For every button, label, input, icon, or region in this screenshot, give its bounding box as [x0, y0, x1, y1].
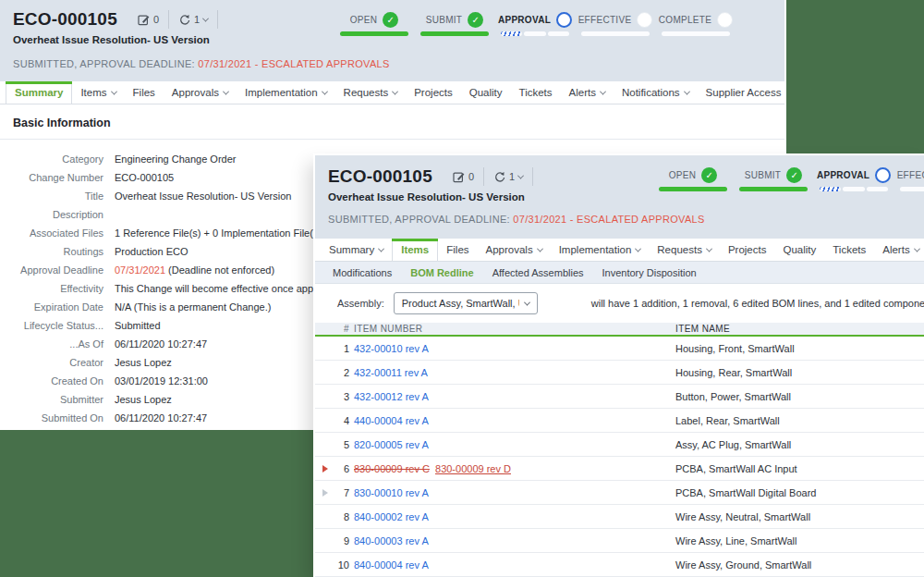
- subtab-modifications[interactable]: Modifications: [323, 267, 401, 278]
- assembly-select[interactable]: Product Assy, SmartWall, US Ve...: [394, 292, 538, 314]
- tab-label: Items: [401, 244, 429, 255]
- item-name-cell: PCBA, SmartWall AC Input: [675, 463, 924, 474]
- tab-supplier-access[interactable]: Supplier Access: [698, 81, 784, 104]
- bom-table-row: 5820-00005 rev AAssy, AC Plug, SmartWall: [315, 433, 924, 457]
- row-number: 6: [334, 463, 354, 474]
- redline-expand-toggle[interactable]: [315, 463, 334, 474]
- subtab-affected-assemblies[interactable]: Affected Assemblies: [483, 267, 593, 278]
- revisions-dropdown[interactable]: 1: [484, 171, 532, 183]
- bom-table-row: 7830-00010 rev APCBA, SmartWall Digital …: [315, 481, 924, 505]
- tab-label: Projects: [414, 87, 453, 98]
- progress-segment: [843, 187, 864, 191]
- status-banner: SUBMITTED, APPROVAL DEADLINE: 07/31/2021…: [13, 58, 390, 69]
- workflow-step-progress-bar: [662, 31, 730, 36]
- active-circle-icon: [875, 167, 891, 183]
- tab-summary[interactable]: Summary: [321, 239, 392, 261]
- row-number: 4: [334, 415, 354, 426]
- note-edit-icon: [453, 171, 465, 183]
- tab-projects[interactable]: Projects: [720, 239, 775, 261]
- item-link[interactable]: 830-00010 rev A: [354, 487, 429, 498]
- tab-items[interactable]: Items: [72, 81, 124, 104]
- item-link[interactable]: 432-00010 rev A: [354, 343, 429, 354]
- row-number: 3: [334, 391, 354, 402]
- chevron-down-icon: [202, 15, 209, 21]
- subtab-inventory-disposition[interactable]: Inventory Disposition: [593, 267, 706, 278]
- section-title: Basic Information: [0, 104, 784, 140]
- workflow-step-progress-bar: [739, 187, 808, 191]
- item-name-cell: PCBA, SmartWall Digital Board: [675, 487, 924, 498]
- chevron-down-icon: [537, 245, 543, 252]
- tab-implementation[interactable]: Implementation: [237, 81, 335, 104]
- field-label: Lifecycle Status...: [0, 320, 103, 331]
- tab-projects[interactable]: Projects: [406, 81, 461, 104]
- workflow-step-progress-bar: [501, 31, 569, 36]
- tab-label: Quality: [783, 244, 816, 255]
- bom-table-row: 9840-00003 rev AWire Assy, Line, SmartWa…: [315, 529, 924, 553]
- tab-summary[interactable]: Summary: [6, 81, 72, 104]
- chevron-down-icon: [600, 88, 606, 94]
- banner-status: SUBMITTED, APPROVAL DEADLINE:: [13, 58, 195, 69]
- tab-quality[interactable]: Quality: [461, 81, 511, 104]
- notes-count: 0: [153, 14, 159, 25]
- item-link-removed-rev[interactable]: 830-00009 rev C: [354, 463, 430, 474]
- tab-requests[interactable]: Requests: [335, 81, 407, 104]
- tab-tickets[interactable]: Tickets: [824, 239, 874, 261]
- field-label: Submitted On: [0, 412, 103, 424]
- tab-requests[interactable]: Requests: [649, 239, 720, 261]
- field-label: Creator: [0, 357, 103, 368]
- revisions-count: 1: [194, 14, 200, 25]
- assembly-row: Assembly: Product Assy, SmartWall, US Ve…: [315, 284, 924, 323]
- tab-label: Implementation: [559, 244, 632, 255]
- bom-table-header: # ITEM NUMBER ITEM NAME: [315, 323, 924, 337]
- tab-approvals[interactable]: Approvals: [478, 239, 551, 261]
- item-name-cell: Wire Assy, Ground, SmartWall: [675, 559, 924, 571]
- workflow-step-progress-bar: [659, 187, 727, 191]
- chevron-down-icon: [378, 245, 384, 252]
- item-link[interactable]: 432-00012 rev A: [354, 391, 429, 402]
- tab-items[interactable]: Items: [392, 239, 438, 261]
- field-value: 07/31/2021 (Deadline not enforced): [115, 264, 274, 276]
- tab-implementation[interactable]: Implementation: [551, 239, 650, 261]
- revisions-dropdown[interactable]: 1: [169, 14, 217, 26]
- chevron-down-icon: [322, 88, 328, 94]
- pending-circle-icon: [717, 12, 733, 28]
- item-link[interactable]: 432-00011 rev A: [354, 367, 428, 378]
- subtab-bom-redline[interactable]: BOM Redline: [401, 267, 482, 278]
- workflow-step-effective: EFFECTIVE: [581, 11, 650, 36]
- item-link[interactable]: 840-00002 rev A: [354, 511, 429, 522]
- tab-quality[interactable]: Quality: [774, 239, 824, 261]
- tab-label: Notifications: [622, 87, 680, 98]
- items-subtab-bar: ModificationsBOM RedlineAffected Assembl…: [315, 262, 924, 284]
- chevron-down-icon: [635, 245, 641, 252]
- expand-toggle[interactable]: [315, 487, 334, 498]
- item-link[interactable]: 440-00004 rev A: [354, 415, 429, 426]
- workflow-step-progress-bar: [820, 187, 888, 191]
- redline-summary-text: will have 1 addition, 1 removal, 6 edite…: [591, 298, 924, 309]
- tab-alerts[interactable]: Alerts: [561, 81, 614, 104]
- notes-button[interactable]: 0: [128, 14, 168, 26]
- note-edit-icon: [138, 14, 150, 26]
- item-link[interactable]: 840-00003 rev A: [354, 535, 429, 546]
- item-link-added-rev[interactable]: 830-00009 rev D: [435, 463, 511, 474]
- tab-files[interactable]: Files: [125, 81, 164, 104]
- banner-alert: 07/31/2021 - ESCALATED APPROVALS: [513, 214, 704, 225]
- tab-label: Files: [446, 244, 468, 255]
- tab-label: Summary: [329, 244, 374, 255]
- chevron-down-icon: [706, 245, 712, 252]
- field-label: Expiration Date: [0, 301, 103, 313]
- item-name-cell: Housing, Rear, SmartWall: [675, 367, 924, 378]
- item-link[interactable]: 820-00005 rev A: [354, 439, 429, 450]
- tab-tickets[interactable]: Tickets: [511, 81, 561, 104]
- bom-table-row: 4440-00004 rev ALabel, Rear, SmartWall: [315, 409, 924, 433]
- triangle-right-icon: [322, 465, 328, 473]
- bom-table-row: 8840-00002 rev AWire Assy, Neutral, Smar…: [315, 505, 924, 529]
- tab-approvals[interactable]: Approvals: [164, 81, 237, 104]
- item-link[interactable]: 840-00004 rev A: [354, 559, 429, 571]
- item-name-cell: Assy, AC Plug, SmartWall: [675, 439, 924, 450]
- notes-button[interactable]: 0: [444, 171, 483, 183]
- workflow-step-progress-bar: [900, 187, 924, 191]
- workflow-step-submit: SUBMIT✓: [420, 11, 489, 36]
- tab-notifications[interactable]: Notifications: [614, 81, 698, 104]
- tab-alerts[interactable]: Alerts: [874, 239, 924, 261]
- tab-files[interactable]: Files: [438, 239, 477, 261]
